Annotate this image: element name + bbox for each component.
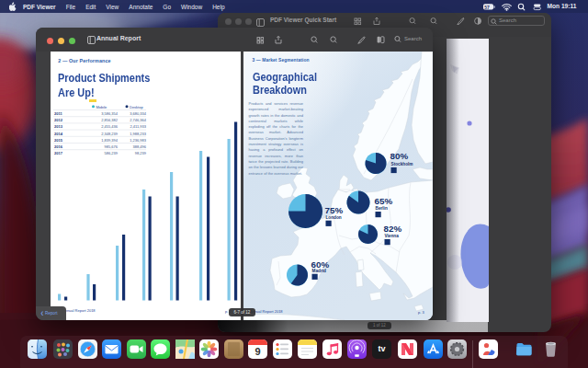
svg-text:Stockholm: Stockholm bbox=[391, 162, 413, 167]
svg-text:82%: 82% bbox=[384, 224, 402, 234]
svg-text:London: London bbox=[326, 215, 342, 220]
svg-text:57: 57 bbox=[484, 5, 490, 10]
svg-text:Berlin: Berlin bbox=[376, 206, 388, 211]
svg-text:75%: 75% bbox=[325, 205, 344, 215]
svg-text:Madrid: Madrid bbox=[312, 269, 327, 273]
svg-text:Vienna: Vienna bbox=[385, 234, 400, 238]
svg-text:80%: 80% bbox=[390, 151, 409, 161]
svg-text:65%: 65% bbox=[375, 196, 393, 206]
